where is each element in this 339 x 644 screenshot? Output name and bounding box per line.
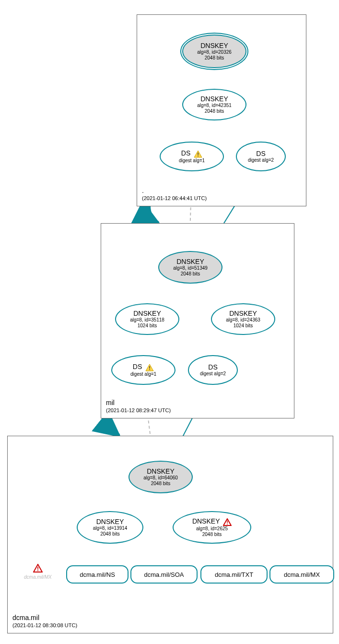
rr-mx[interactable]: dcma.mil/MX [269, 565, 334, 584]
warning-icon: ! [194, 150, 202, 158]
label: DS ! [181, 149, 202, 157]
label: DNSKEY ! [192, 517, 232, 525]
label: 2048 bits [202, 532, 222, 537]
label: alg=8, id=20326 [197, 49, 232, 55]
error-icon: ! [223, 518, 232, 526]
svg-text:!: ! [226, 520, 228, 525]
label: DS [208, 363, 217, 371]
label: digest alg=1 [179, 158, 205, 164]
label: dcma.mil/TXT [215, 571, 253, 578]
zone-dcma-label: dcma.mil [12, 614, 39, 621]
rr-ns[interactable]: dcma.mil/NS [66, 565, 129, 584]
label: DNSKEY [133, 310, 161, 318]
label: DNSKEY [176, 258, 204, 266]
zone-mil-label: mil [106, 399, 115, 406]
zone-dcma-timestamp: (2021-01-12 08:30:08 UTC) [12, 622, 77, 628]
label: 1024 bits [234, 323, 253, 329]
label: 2048 bits [151, 481, 171, 487]
label: alg=8, id=2625 [196, 526, 228, 532]
zone-root-label: . [142, 187, 144, 194]
label: alg=8, id=51349 [173, 265, 208, 271]
label: 2048 bits [100, 531, 120, 537]
label: DNSKEY [96, 518, 124, 526]
node-mil-ksk[interactable]: DNSKEY alg=8, id=51349 2048 bits [158, 251, 222, 284]
error-icon: ! [33, 564, 43, 572]
label: alg=8, id=13914 [93, 525, 128, 531]
warning-icon: ! [145, 364, 154, 371]
label: dcma.mil/MX [284, 571, 320, 578]
ghost-mx-label: dcma.mil/MX [24, 574, 52, 580]
rr-txt[interactable]: dcma.mil/TXT [200, 565, 268, 584]
label: dcma.mil/SOA [144, 571, 184, 578]
node-mil-zsk2[interactable]: DNSKEY alg=8, id=24363 1024 bits [211, 303, 275, 335]
label: digest alg=2 [248, 157, 274, 163]
node-mil-zsk1[interactable]: DNSKEY alg=8, id=35118 1024 bits [115, 303, 179, 335]
label: DNSKEY [229, 310, 257, 318]
label: DS [256, 150, 265, 158]
label: DS ! [133, 363, 154, 371]
zone-mil-timestamp: (2021-01-12 08:29:47 UTC) [106, 407, 171, 413]
label: alg=8, id=24363 [226, 317, 260, 323]
label: DNSKEY [200, 95, 228, 103]
svg-text:!: ! [149, 365, 151, 371]
svg-text:!: ! [197, 152, 199, 157]
zone-root-timestamp: (2021-01-12 06:44:41 UTC) [142, 195, 207, 201]
node-dcma-zsk1[interactable]: DNSKEY alg=8, id=13914 2048 bits [77, 511, 143, 544]
label: digest alg=2 [200, 371, 226, 377]
node-root-ksk[interactable]: DNSKEY alg=8, id=20326 2048 bits [182, 35, 246, 68]
label: digest alg=1 [130, 371, 156, 377]
label: dcma.mil/NS [80, 571, 115, 578]
label: 2048 bits [205, 55, 224, 61]
label: 2048 bits [205, 108, 224, 114]
svg-text:!: ! [37, 566, 39, 572]
label: 2048 bits [181, 271, 200, 277]
label: alg=8, id=42351 [197, 103, 232, 108]
node-dcma-ksk[interactable]: DNSKEY alg=8, id=64060 2048 bits [129, 461, 193, 493]
node-mil-ds2[interactable]: DS digest alg=2 [188, 355, 238, 385]
ghost-mx: ! dcma.mil/MX [24, 564, 52, 580]
label: alg=8, id=64060 [143, 475, 178, 481]
node-mil-ds1[interactable]: DS ! digest alg=1 [111, 355, 175, 385]
label: DNSKEY [147, 467, 175, 476]
label: alg=8, id=35118 [130, 317, 164, 323]
label: 1024 bits [138, 323, 157, 329]
node-root-ds1[interactable]: DS ! digest alg=1 [160, 142, 224, 171]
node-dcma-zsk2[interactable]: DNSKEY ! alg=8, id=2625 2048 bits [173, 511, 251, 544]
node-root-ds2[interactable]: DS digest alg=2 [236, 142, 286, 171]
node-root-zsk[interactable]: DNSKEY alg=8, id=42351 2048 bits [182, 89, 246, 120]
rr-soa[interactable]: dcma.mil/SOA [130, 565, 198, 584]
label: DNSKEY [200, 42, 228, 50]
